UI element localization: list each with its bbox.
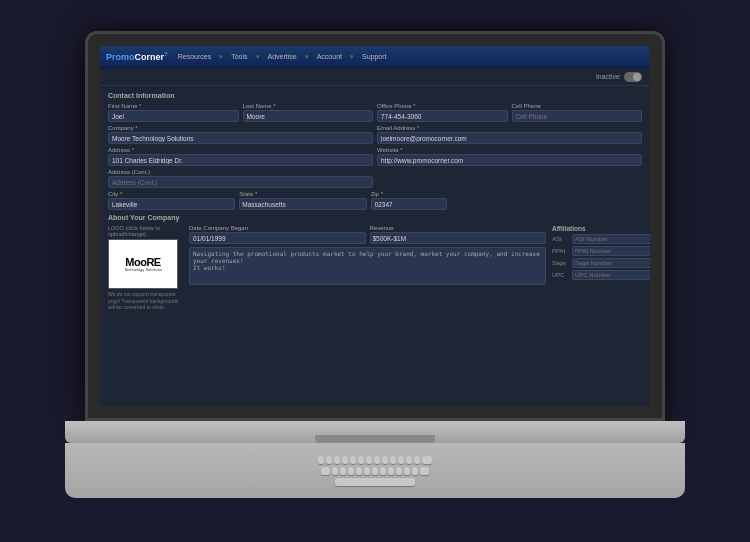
office-phone-label: Office Phone * bbox=[377, 103, 508, 109]
city-state-zip-row: City * State * Massachusetts Zip * bbox=[108, 191, 642, 210]
sage-label: Sage bbox=[552, 260, 570, 266]
address2-input[interactable] bbox=[108, 176, 373, 188]
first-name-input[interactable] bbox=[108, 110, 239, 122]
date-revenue-row: Date Company Began Revenue $500K-$1M Und… bbox=[189, 225, 546, 244]
last-name-input[interactable] bbox=[243, 110, 374, 122]
key bbox=[372, 467, 378, 475]
city-input[interactable] bbox=[108, 198, 235, 210]
nav-support[interactable]: Support bbox=[362, 53, 387, 61]
state-select[interactable]: Massachusetts bbox=[239, 198, 366, 210]
address-input[interactable] bbox=[108, 154, 373, 166]
name-row: First Name * Last Name * Office Phone * bbox=[108, 103, 642, 122]
email-input[interactable] bbox=[377, 132, 642, 144]
key bbox=[340, 467, 346, 475]
app-container: PromoCorner? Resources ▾ Tools ▾ Adverti… bbox=[100, 46, 650, 406]
date-began-group: Date Company Began bbox=[189, 225, 366, 244]
ppai-input[interactable] bbox=[572, 246, 650, 256]
about-section-title: About Your Company bbox=[108, 214, 642, 221]
nav-advertise[interactable]: Advertise bbox=[268, 53, 297, 61]
revenue-select[interactable]: $500K-$1M Under $100K $100K-$250K $250K-… bbox=[370, 232, 547, 244]
logo-moore-container: MooRE Technology Solutions bbox=[124, 256, 162, 272]
logo-preview[interactable]: MooRE Technology Solutions bbox=[108, 239, 178, 289]
logo-upload-area: LOGO (click below to upload/change) MooR… bbox=[108, 225, 183, 311]
app-header: PromoCorner? Resources ▾ Tools ▾ Adverti… bbox=[100, 46, 650, 68]
description-textarea[interactable]: Navigating the promotional products mark… bbox=[189, 247, 546, 285]
email-group: Email Address * bbox=[377, 125, 642, 144]
zip-spacer bbox=[451, 191, 642, 210]
cell-phone-group: Cell Phone bbox=[512, 103, 643, 122]
key bbox=[364, 467, 370, 475]
key bbox=[356, 467, 362, 475]
revenue-label: Revenue bbox=[370, 225, 547, 231]
status-bar: Inactive bbox=[100, 68, 650, 86]
city-group: City * bbox=[108, 191, 235, 210]
keyboard-row-3 bbox=[335, 478, 415, 486]
logo-upload-label: LOGO (click below to upload/change) bbox=[108, 225, 183, 237]
about-middle-section: Date Company Began Revenue $500K-$1M Und… bbox=[189, 225, 546, 311]
key bbox=[332, 467, 338, 475]
laptop-outer: PromoCorner? Resources ▾ Tools ▾ Adverti… bbox=[35, 31, 715, 511]
company-input[interactable] bbox=[108, 132, 373, 144]
website-input[interactable] bbox=[377, 154, 642, 166]
date-began-label: Date Company Began bbox=[189, 225, 366, 231]
address2-group: Address (Cont.) bbox=[108, 169, 373, 188]
city-label: City * bbox=[108, 191, 235, 197]
app-logo: PromoCorner? bbox=[106, 51, 168, 62]
email-label: Email Address * bbox=[377, 125, 642, 131]
key bbox=[334, 456, 340, 464]
key bbox=[420, 467, 429, 475]
key bbox=[374, 456, 380, 464]
office-phone-input[interactable] bbox=[377, 110, 508, 122]
revenue-group: Revenue $500K-$1M Under $100K $100K-$250… bbox=[370, 225, 547, 244]
key bbox=[342, 456, 348, 464]
date-began-input[interactable] bbox=[189, 232, 366, 244]
nav-account[interactable]: Account bbox=[317, 53, 342, 61]
address2-label: Address (Cont.) bbox=[108, 169, 373, 175]
key bbox=[326, 456, 332, 464]
website-label: Website * bbox=[377, 147, 642, 153]
zip-input[interactable] bbox=[371, 198, 447, 210]
upc-row: UPC bbox=[552, 270, 642, 280]
active-toggle[interactable] bbox=[624, 72, 642, 82]
address-label: Address * bbox=[108, 147, 373, 153]
contact-section-title: Contact Information bbox=[108, 92, 642, 99]
nav-tools[interactable]: Tools bbox=[231, 53, 247, 61]
key bbox=[318, 456, 324, 464]
key bbox=[414, 456, 420, 464]
upc-label: UPC bbox=[552, 272, 570, 278]
key bbox=[398, 456, 404, 464]
key bbox=[390, 456, 396, 464]
state-group: State * Massachusetts bbox=[239, 191, 366, 210]
cell-phone-input[interactable] bbox=[512, 110, 643, 122]
sage-input[interactable] bbox=[572, 258, 650, 268]
company-email-row: Company * Email Address * bbox=[108, 125, 642, 144]
form-container: Contact Information First Name * Last Na… bbox=[100, 86, 650, 406]
sage-row: Sage bbox=[552, 258, 642, 268]
laptop-base bbox=[65, 421, 685, 443]
zip-group: Zip * bbox=[371, 191, 447, 210]
key bbox=[321, 467, 330, 475]
keyboard-row-2 bbox=[321, 467, 429, 475]
keyboard-row-1 bbox=[318, 456, 432, 464]
address2-row: Address (Cont.) bbox=[108, 169, 642, 188]
about-section: About Your Company LOGO (click below to … bbox=[108, 214, 642, 311]
asi-input[interactable] bbox=[572, 234, 650, 244]
key bbox=[396, 467, 402, 475]
last-name-label: Last Name * bbox=[243, 103, 374, 109]
key bbox=[388, 467, 394, 475]
laptop-screen: PromoCorner? Resources ▾ Tools ▾ Adverti… bbox=[100, 46, 650, 406]
company-label: Company * bbox=[108, 125, 373, 131]
logo-note: We do not support transparent pngs! Tran… bbox=[108, 291, 183, 311]
affiliations-section: Affiliations ASI PPAI S bbox=[552, 225, 642, 311]
ppai-label: PPAI bbox=[552, 248, 570, 254]
space-key bbox=[335, 478, 415, 486]
laptop-keyboard bbox=[65, 443, 685, 498]
nav-bar: Resources ▾ Tools ▾ Advertise ▾ Account … bbox=[178, 53, 387, 61]
company-group: Company * bbox=[108, 125, 373, 144]
office-phone-group: Office Phone * bbox=[377, 103, 508, 122]
inactive-label: Inactive bbox=[596, 73, 620, 80]
upc-input[interactable] bbox=[572, 270, 650, 280]
nav-resources[interactable]: Resources bbox=[178, 53, 211, 61]
key bbox=[406, 456, 412, 464]
key bbox=[404, 467, 410, 475]
